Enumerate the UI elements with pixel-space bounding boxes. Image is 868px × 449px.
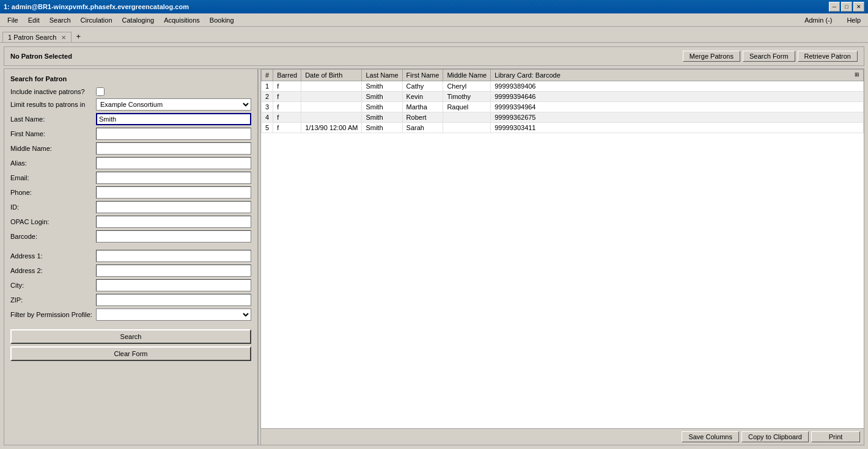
clear-form-button[interactable]: Clear Form bbox=[10, 346, 251, 361]
cell-last_name: Smith bbox=[362, 123, 402, 133]
main-content: No Patron Selected Merge Patrons Search … bbox=[0, 43, 868, 449]
zip-input[interactable] bbox=[96, 294, 251, 306]
address1-label: Address 1: bbox=[10, 252, 96, 260]
cell-barred: f bbox=[273, 112, 301, 123]
cell-first_name: Martha bbox=[402, 102, 443, 112]
cell-last_name: Smith bbox=[362, 81, 402, 92]
phone-input[interactable] bbox=[96, 186, 251, 199]
menu-search[interactable]: Search bbox=[45, 15, 76, 25]
table-row[interactable]: 5f1/13/90 12:00 AMSmithSarah99999303411 bbox=[262, 123, 864, 133]
first-name-input[interactable] bbox=[96, 128, 251, 140]
table-row[interactable]: 2fSmithKevinTimothy99999394646 bbox=[262, 92, 864, 102]
search-button[interactable]: Search bbox=[10, 329, 251, 344]
cell-dob bbox=[301, 102, 362, 112]
cell-first_name: Sarah bbox=[402, 123, 443, 133]
col-header-barcode[interactable]: Library Card: Barcode ⊞ bbox=[491, 70, 864, 81]
limit-results-row: Limit results to patrons in Example Cons… bbox=[10, 98, 251, 111]
table-row[interactable]: 1fSmithCathyCheryl99999389406 bbox=[262, 81, 864, 92]
merge-patrons-button[interactable]: Merge Patrons bbox=[683, 51, 740, 62]
form-buttons: Search Clear Form bbox=[10, 329, 251, 361]
cell-middle_name bbox=[443, 112, 491, 123]
cell-barcode: 99999362675 bbox=[491, 112, 864, 123]
cell-dob bbox=[301, 112, 362, 123]
id-input[interactable] bbox=[96, 201, 251, 213]
cell-middle_name: Timothy bbox=[443, 92, 491, 102]
tab-close-icon[interactable]: ✕ bbox=[61, 34, 66, 41]
alias-input[interactable] bbox=[96, 157, 251, 169]
maximize-button[interactable]: □ bbox=[841, 2, 852, 12]
cell-middle_name: Cheryl bbox=[443, 81, 491, 92]
save-columns-button[interactable]: Save Columns bbox=[682, 431, 739, 442]
last-name-label: Last Name: bbox=[10, 115, 96, 123]
table-header-row: # Barred Date of Birth Last Name First N… bbox=[262, 70, 864, 81]
filter-permission-row: Filter by Permission Profile: bbox=[10, 308, 251, 321]
col-header-middlename[interactable]: Middle Name bbox=[443, 70, 491, 81]
last-name-input[interactable] bbox=[96, 113, 251, 125]
search-form-button[interactable]: Search Form bbox=[743, 51, 795, 62]
address1-row: Address 1: bbox=[10, 250, 251, 262]
menu-file[interactable]: File bbox=[2, 15, 23, 25]
menu-admin[interactable]: Admin (-) bbox=[800, 15, 837, 25]
menu-cataloging[interactable]: Cataloging bbox=[117, 15, 160, 25]
menu-edit[interactable]: Edit bbox=[23, 15, 45, 25]
filter-permission-label: Filter by Permission Profile: bbox=[10, 311, 96, 318]
zip-label: ZIP: bbox=[10, 296, 96, 304]
top-panel: No Patron Selected Merge Patrons Search … bbox=[4, 46, 864, 66]
close-button[interactable]: ✕ bbox=[853, 2, 864, 12]
address2-row: Address 2: bbox=[10, 265, 251, 277]
cell-num: 5 bbox=[262, 123, 273, 133]
city-input[interactable] bbox=[96, 279, 251, 291]
retrieve-patron-button[interactable]: Retrieve Patron bbox=[798, 51, 858, 62]
city-row: City: bbox=[10, 279, 251, 291]
cell-first_name: Kevin bbox=[402, 92, 443, 102]
limit-results-label: Limit results to patrons in bbox=[10, 101, 96, 108]
cell-middle_name: Raquel bbox=[443, 102, 491, 112]
table-row[interactable]: 3fSmithMarthaRaquel99999394964 bbox=[262, 102, 864, 112]
filter-permission-select[interactable] bbox=[96, 308, 251, 321]
include-inactive-checkbox[interactable] bbox=[96, 87, 105, 96]
last-name-row: Last Name: bbox=[10, 113, 251, 125]
menu-help[interactable]: Help bbox=[842, 15, 866, 25]
menu-acquisitions[interactable]: Acquisitions bbox=[159, 15, 205, 25]
cell-barred: f bbox=[273, 92, 301, 102]
copy-clipboard-button[interactable]: Copy to Clipboard bbox=[741, 431, 809, 442]
menu-booking[interactable]: Booking bbox=[205, 15, 239, 25]
col-header-dob[interactable]: Date of Birth bbox=[301, 70, 362, 81]
barcode-input[interactable] bbox=[96, 230, 251, 243]
col-header-firstname[interactable]: First Name bbox=[402, 70, 443, 81]
cell-barcode: 99999389406 bbox=[491, 81, 864, 92]
col-header-barred[interactable]: Barred bbox=[273, 70, 301, 81]
results-panel: # Barred Date of Birth Last Name First N… bbox=[261, 69, 864, 445]
address2-input[interactable] bbox=[96, 265, 251, 277]
cell-barred: f bbox=[273, 81, 301, 92]
minimize-button[interactable]: ─ bbox=[829, 2, 840, 12]
tab-bar: 1 Patron Search ✕ + bbox=[0, 27, 868, 43]
cell-barcode: 99999394646 bbox=[491, 92, 864, 102]
results-wrapper: # Barred Date of Birth Last Name First N… bbox=[261, 69, 864, 428]
middle-name-input[interactable] bbox=[96, 142, 251, 155]
address1-input[interactable] bbox=[96, 250, 251, 262]
email-input[interactable] bbox=[96, 172, 251, 184]
cell-last_name: Smith bbox=[362, 112, 402, 123]
tab-patron-search[interactable]: 1 Patron Search ✕ bbox=[2, 32, 72, 42]
print-button[interactable]: Print bbox=[811, 431, 860, 442]
search-form-title: Search for Patron bbox=[10, 75, 251, 82]
cell-middle_name bbox=[443, 123, 491, 133]
tab-new-button[interactable]: + bbox=[73, 31, 85, 42]
table-row[interactable]: 4fSmithRobert99999362675 bbox=[262, 112, 864, 123]
phone-label: Phone: bbox=[10, 189, 96, 196]
opac-login-label: OPAC Login: bbox=[10, 218, 96, 225]
include-inactive-label: Include inactive patrons? bbox=[10, 88, 96, 95]
top-panel-buttons: Merge Patrons Search Form Retrieve Patro… bbox=[683, 51, 858, 62]
cell-barred: f bbox=[273, 123, 301, 133]
cell-first_name: Robert bbox=[402, 112, 443, 123]
cell-barred: f bbox=[273, 102, 301, 112]
limit-results-select[interactable]: Example Consortium bbox=[96, 98, 251, 111]
opac-login-input[interactable] bbox=[96, 216, 251, 228]
col-header-num[interactable]: # bbox=[262, 70, 273, 81]
menu-circulation[interactable]: Circulation bbox=[76, 15, 117, 25]
col-header-lastname[interactable]: Last Name bbox=[362, 70, 402, 81]
alias-label: Alias: bbox=[10, 159, 96, 167]
title-bar-buttons: ─ □ ✕ bbox=[829, 2, 864, 12]
address2-label: Address 2: bbox=[10, 267, 96, 274]
